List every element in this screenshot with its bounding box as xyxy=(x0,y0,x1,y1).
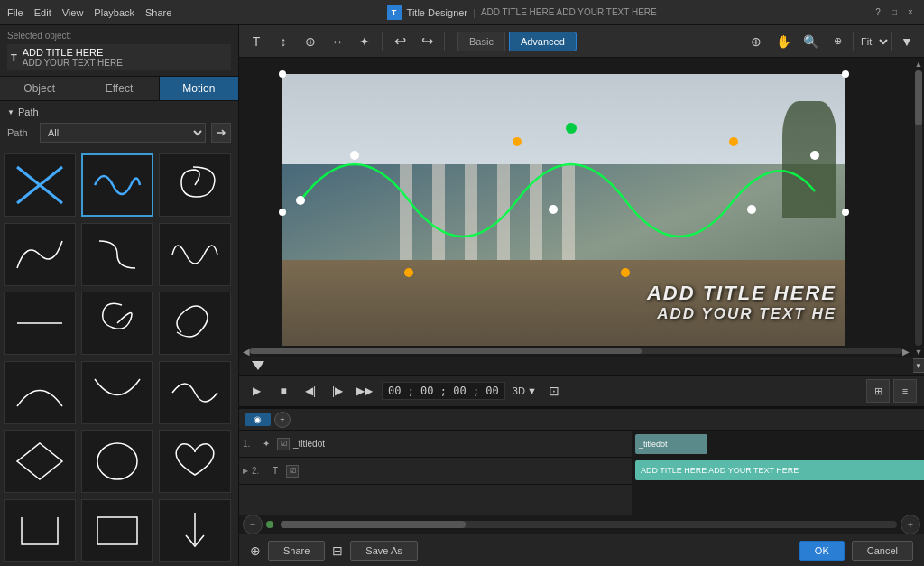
grid-view-button[interactable]: ⊞ xyxy=(866,379,890,403)
path-item-wave3[interactable] xyxy=(159,361,231,424)
timeline-scroll-thumb[interactable] xyxy=(281,521,466,528)
path-item-curve1[interactable] xyxy=(4,223,76,286)
svg-point-10 xyxy=(747,205,756,214)
path-item-scurve[interactable] xyxy=(81,223,153,286)
timeline-tab[interactable]: ◉ xyxy=(245,413,271,426)
path-item-swirl2[interactable] xyxy=(159,292,231,355)
maximize-button[interactable]: □ xyxy=(888,6,901,19)
play-button[interactable]: ▶ xyxy=(246,381,266,401)
track-2-num: 2. xyxy=(252,466,264,476)
preview-column: ADD TITLE HERE ADD YOUR TEXT HE xyxy=(239,58,913,375)
fullscreen-button[interactable]: ⊡ xyxy=(544,381,564,401)
clip-titledot[interactable]: _titledot xyxy=(635,434,707,454)
menu-playback[interactable]: Playback xyxy=(94,7,134,18)
tool-add[interactable]: ⊕ xyxy=(299,30,322,53)
selected-object-label: Selected object: xyxy=(7,31,231,41)
list-view-button[interactable]: ≡ xyxy=(893,379,917,403)
tab-object[interactable]: Object xyxy=(0,77,79,100)
path-item-heart[interactable] xyxy=(159,430,231,493)
menu-file[interactable]: File xyxy=(7,7,23,18)
path-item-arc1[interactable] xyxy=(81,361,153,424)
path-item-diamond[interactable] xyxy=(4,430,76,493)
bottom-bar: ⊕ Share ⊟ Save As OK Cancel xyxy=(239,534,924,566)
scroll-right-arrow[interactable]: ▶ xyxy=(902,347,910,357)
3d-mode-toggle[interactable]: 3D ▼ xyxy=(513,385,537,396)
path-item-square-open[interactable] xyxy=(4,499,76,562)
preview-right-scrollbar[interactable]: ▲ ▼ ▼ xyxy=(913,58,924,375)
path-item-wave2[interactable] xyxy=(159,223,231,286)
path-item-spiral1[interactable] xyxy=(159,153,231,217)
step-forward-button[interactable]: |▶ xyxy=(328,381,347,401)
ok-button[interactable]: OK xyxy=(799,541,845,561)
tool-zoom-out[interactable]: 🔍 xyxy=(799,30,822,53)
timeline-area: ◉ + 00;00;00;00 00;00;01;20 00;00;03;10 … xyxy=(239,407,924,534)
path-section-header[interactable]: ▼ Path xyxy=(7,107,231,117)
help-button[interactable]: ? xyxy=(872,6,884,19)
tool-zoom-in[interactable]: ⊕ xyxy=(826,30,849,53)
path-select[interactable]: All Motion Effect xyxy=(40,123,206,143)
mode-advanced[interactable]: Advanced xyxy=(509,32,577,51)
timeline-zoom-plus[interactable]: + xyxy=(901,515,920,534)
panel-expand-button[interactable]: ▼ xyxy=(911,358,924,373)
tool-resize[interactable]: ↔ xyxy=(326,30,349,53)
path-item-circle[interactable] xyxy=(81,430,153,493)
tool-hand[interactable]: ✋ xyxy=(772,30,795,53)
path-item-arrow-down[interactable] xyxy=(159,499,231,562)
timeline-add-button[interactable]: + xyxy=(274,412,291,428)
scroll-left-arrow[interactable]: ◀ xyxy=(243,347,250,357)
clip-title-text[interactable]: ADD TITLE HERE ADD YOUR TEXT HERE xyxy=(635,460,924,480)
track-list: 1. ✦ ☑ _titledot ▶ 2. T ☑ xyxy=(239,431,632,515)
view-mode-tabs[interactable]: Basic Advanced xyxy=(457,32,577,51)
menu-view[interactable]: View xyxy=(62,7,84,18)
preview-scrollbar[interactable]: ◀ ▶ xyxy=(239,346,913,357)
menu-edit[interactable]: Edit xyxy=(34,7,51,18)
share-globe-icon: ⊕ xyxy=(250,543,261,558)
tool-transform[interactable]: ✦ xyxy=(353,30,376,53)
tool-move[interactable]: ↕ xyxy=(272,30,295,53)
path-item-curve2[interactable] xyxy=(4,361,76,424)
scroll-down-arrow[interactable]: ▼ xyxy=(914,348,923,357)
close-button[interactable]: × xyxy=(904,6,917,19)
track-2-icon: T xyxy=(268,464,282,478)
path-item-rect[interactable] xyxy=(81,499,153,562)
scroll-thumb-vertical[interactable] xyxy=(915,70,922,125)
timeline-marker-dot[interactable] xyxy=(266,521,273,528)
window-controls[interactable]: ? □ × xyxy=(872,6,917,19)
svg-marker-3 xyxy=(17,443,62,479)
path-row: Path All Motion Effect xyxy=(7,123,231,143)
scrollbar-thumb[interactable] xyxy=(250,348,642,354)
tool-text[interactable]: T xyxy=(245,30,268,53)
track-2-check[interactable]: ☑ xyxy=(286,465,299,478)
tool-redo[interactable]: ↪ xyxy=(415,30,439,53)
track-row-1: 1. ✦ ☑ _titledot xyxy=(239,431,632,458)
save-as-button[interactable]: Save As xyxy=(350,541,417,561)
track-1-check[interactable]: ☑ xyxy=(277,438,290,450)
path-item-cross[interactable] xyxy=(4,153,76,217)
track-2-expand[interactable]: ▶ xyxy=(243,467,248,475)
svg-point-12 xyxy=(404,268,413,277)
scroll-up-arrow[interactable]: ▲ xyxy=(914,60,923,69)
path-item-swirl1[interactable] xyxy=(81,292,153,355)
tab-motion[interactable]: Motion xyxy=(160,77,238,100)
timeline-add-item[interactable]: − xyxy=(243,515,263,534)
menu-share[interactable]: Share xyxy=(145,7,171,18)
mode-basic[interactable]: Basic xyxy=(457,32,505,51)
panel-tabs[interactable]: Object Effect Motion xyxy=(0,77,238,101)
path-action-button[interactable] xyxy=(211,123,231,143)
tool-navigate[interactable]: ⊕ xyxy=(744,30,768,53)
step-back-button[interactable]: ◀| xyxy=(300,381,320,401)
share-button[interactable]: Share xyxy=(268,541,325,561)
tab-effect[interactable]: Effect xyxy=(79,77,159,100)
menu-bar[interactable]: File Edit View Playback Share xyxy=(7,7,171,18)
fast-forward-button[interactable]: ▶▶ xyxy=(355,381,374,401)
track-1-name: _titledot xyxy=(293,439,628,449)
path-item-line1[interactable] xyxy=(4,292,76,355)
stop-button[interactable]: ■ xyxy=(273,381,293,401)
zoom-select[interactable]: Fit xyxy=(853,32,892,51)
tool-more[interactable]: ▼ xyxy=(895,30,919,53)
path-item-wave[interactable] xyxy=(81,153,153,217)
path-label: Path xyxy=(7,127,34,138)
cancel-button[interactable]: Cancel xyxy=(852,541,913,561)
tool-undo[interactable]: ↩ xyxy=(388,30,411,53)
timeline-scrollbar[interactable] xyxy=(281,521,897,528)
